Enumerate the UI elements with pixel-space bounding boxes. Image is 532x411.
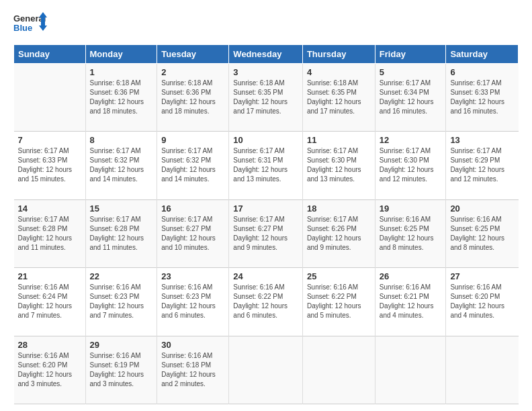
day-number: 1 (90, 67, 153, 77)
day-info: Sunrise: 6:17 AMSunset: 6:30 PMDaylight:… (307, 146, 371, 184)
calendar-cell: 3Sunrise: 6:18 AMSunset: 6:35 PMDaylight… (229, 64, 303, 132)
day-number: 3 (233, 67, 298, 77)
day-number: 29 (90, 340, 153, 350)
calendar-cell (229, 336, 303, 404)
calendar-table: SundayMondayTuesdayWednesdayThursdayFrid… (13, 44, 519, 404)
calendar-day-header: Saturday (446, 45, 519, 64)
day-number: 25 (307, 271, 371, 281)
calendar-cell: 21Sunrise: 6:16 AMSunset: 6:24 PMDayligh… (14, 268, 86, 336)
calendar-header-row: SundayMondayTuesdayWednesdayThursdayFrid… (14, 45, 519, 64)
calendar-cell: 23Sunrise: 6:16 AMSunset: 6:23 PMDayligh… (157, 268, 229, 336)
calendar-cell (446, 336, 519, 404)
day-number: 14 (18, 203, 81, 214)
calendar-day-header: Tuesday (157, 45, 229, 64)
calendar-cell: 9Sunrise: 6:17 AMSunset: 6:32 PMDaylight… (157, 132, 229, 199)
calendar-cell: 5Sunrise: 6:17 AMSunset: 6:34 PMDaylight… (375, 64, 446, 132)
day-number: 9 (161, 135, 224, 145)
day-number: 17 (233, 203, 298, 214)
day-info: Sunrise: 6:17 AMSunset: 6:28 PMDaylight:… (18, 215, 81, 253)
calendar-day-header: Friday (375, 45, 446, 64)
calendar-cell: 4Sunrise: 6:18 AMSunset: 6:35 PMDaylight… (302, 64, 375, 132)
day-info: Sunrise: 6:18 AMSunset: 6:36 PMDaylight:… (90, 79, 153, 116)
calendar-cell: 15Sunrise: 6:17 AMSunset: 6:28 PMDayligh… (85, 199, 157, 267)
calendar-cell: 29Sunrise: 6:16 AMSunset: 6:19 PMDayligh… (85, 336, 157, 404)
calendar-cell: 26Sunrise: 6:16 AMSunset: 6:21 PMDayligh… (375, 268, 446, 336)
day-number: 28 (18, 340, 81, 350)
calendar-day-header: Thursday (302, 45, 375, 64)
day-info: Sunrise: 6:16 AMSunset: 6:19 PMDaylight:… (90, 351, 153, 389)
day-number: 22 (90, 271, 153, 281)
day-info: Sunrise: 6:18 AMSunset: 6:35 PMDaylight:… (233, 79, 298, 116)
day-info: Sunrise: 6:17 AMSunset: 6:28 PMDaylight:… (90, 215, 153, 253)
calendar-cell: 6Sunrise: 6:17 AMSunset: 6:33 PMDaylight… (446, 64, 519, 132)
day-number: 10 (233, 135, 298, 145)
calendar-day-header: Monday (85, 45, 157, 64)
day-info: Sunrise: 6:17 AMSunset: 6:26 PMDaylight:… (307, 215, 371, 253)
svg-text:Blue: Blue (13, 23, 32, 33)
calendar-cell: 20Sunrise: 6:16 AMSunset: 6:25 PMDayligh… (446, 199, 519, 267)
calendar-cell: 11Sunrise: 6:17 AMSunset: 6:30 PMDayligh… (302, 132, 375, 199)
calendar-cell: 7Sunrise: 6:17 AMSunset: 6:33 PMDaylight… (14, 132, 86, 199)
day-info: Sunrise: 6:18 AMSunset: 6:35 PMDaylight:… (307, 79, 371, 116)
day-number: 4 (307, 67, 371, 77)
calendar-cell: 17Sunrise: 6:17 AMSunset: 6:27 PMDayligh… (229, 199, 303, 267)
day-number: 24 (233, 271, 298, 281)
calendar-week-row: 7Sunrise: 6:17 AMSunset: 6:33 PMDaylight… (14, 132, 519, 199)
day-info: Sunrise: 6:16 AMSunset: 6:20 PMDaylight:… (450, 283, 514, 320)
day-info: Sunrise: 6:17 AMSunset: 6:29 PMDaylight:… (450, 146, 514, 184)
calendar-cell: 25Sunrise: 6:16 AMSunset: 6:22 PMDayligh… (302, 268, 375, 336)
day-info: Sunrise: 6:18 AMSunset: 6:36 PMDaylight:… (161, 79, 224, 116)
calendar-cell: 13Sunrise: 6:17 AMSunset: 6:29 PMDayligh… (446, 132, 519, 199)
day-info: Sunrise: 6:17 AMSunset: 6:27 PMDaylight:… (233, 215, 298, 253)
day-number: 8 (90, 135, 153, 145)
calendar-cell: 30Sunrise: 6:16 AMSunset: 6:18 PMDayligh… (157, 336, 229, 404)
calendar-cell: 18Sunrise: 6:17 AMSunset: 6:26 PMDayligh… (302, 199, 375, 267)
calendar-day-header: Wednesday (229, 45, 303, 64)
calendar-cell: 22Sunrise: 6:16 AMSunset: 6:23 PMDayligh… (85, 268, 157, 336)
calendar-cell: 28Sunrise: 6:16 AMSunset: 6:20 PMDayligh… (14, 336, 86, 404)
day-number: 18 (307, 203, 371, 214)
day-info: Sunrise: 6:16 AMSunset: 6:22 PMDaylight:… (233, 283, 298, 320)
day-number: 30 (161, 340, 224, 350)
calendar-cell: 27Sunrise: 6:16 AMSunset: 6:20 PMDayligh… (446, 268, 519, 336)
day-number: 7 (18, 135, 81, 145)
day-info: Sunrise: 6:16 AMSunset: 6:18 PMDaylight:… (161, 351, 224, 389)
calendar-week-row: 1Sunrise: 6:18 AMSunset: 6:36 PMDaylight… (14, 64, 519, 132)
day-info: Sunrise: 6:16 AMSunset: 6:25 PMDaylight:… (450, 215, 514, 253)
day-number: 12 (380, 135, 442, 145)
day-info: Sunrise: 6:16 AMSunset: 6:24 PMDaylight:… (18, 283, 81, 320)
calendar-week-row: 28Sunrise: 6:16 AMSunset: 6:20 PMDayligh… (14, 336, 519, 404)
day-info: Sunrise: 6:16 AMSunset: 6:21 PMDaylight:… (380, 283, 442, 320)
day-number: 16 (161, 203, 224, 214)
day-info: Sunrise: 6:17 AMSunset: 6:27 PMDaylight:… (161, 215, 224, 253)
day-info: Sunrise: 6:17 AMSunset: 6:34 PMDaylight:… (380, 79, 442, 116)
logo-svg: General Blue (13, 11, 47, 38)
calendar-cell: 19Sunrise: 6:16 AMSunset: 6:25 PMDayligh… (375, 199, 446, 267)
calendar-cell: 16Sunrise: 6:17 AMSunset: 6:27 PMDayligh… (157, 199, 229, 267)
calendar-cell: 8Sunrise: 6:17 AMSunset: 6:32 PMDaylight… (85, 132, 157, 199)
day-number: 26 (380, 271, 442, 281)
day-number: 11 (307, 135, 371, 145)
day-number: 19 (380, 203, 442, 214)
calendar-week-row: 14Sunrise: 6:17 AMSunset: 6:28 PMDayligh… (14, 199, 519, 267)
calendar-cell: 10Sunrise: 6:17 AMSunset: 6:31 PMDayligh… (229, 132, 303, 199)
day-info: Sunrise: 6:16 AMSunset: 6:22 PMDaylight:… (307, 283, 371, 320)
day-info: Sunrise: 6:16 AMSunset: 6:20 PMDaylight:… (18, 351, 81, 389)
logo: General Blue (13, 11, 47, 38)
day-info: Sunrise: 6:17 AMSunset: 6:32 PMDaylight:… (161, 146, 224, 184)
day-number: 13 (450, 135, 514, 145)
day-info: Sunrise: 6:17 AMSunset: 6:32 PMDaylight:… (90, 146, 153, 184)
day-number: 15 (90, 203, 153, 214)
calendar-cell: 24Sunrise: 6:16 AMSunset: 6:22 PMDayligh… (229, 268, 303, 336)
calendar-cell: 12Sunrise: 6:17 AMSunset: 6:30 PMDayligh… (375, 132, 446, 199)
calendar-cell: 14Sunrise: 6:17 AMSunset: 6:28 PMDayligh… (14, 199, 86, 267)
day-number: 5 (380, 67, 442, 77)
day-info: Sunrise: 6:16 AMSunset: 6:25 PMDaylight:… (380, 215, 442, 253)
day-number: 20 (450, 203, 514, 214)
day-info: Sunrise: 6:17 AMSunset: 6:31 PMDaylight:… (233, 146, 298, 184)
page-header: General Blue (13, 11, 519, 38)
day-number: 23 (161, 271, 224, 281)
calendar-cell (14, 64, 86, 132)
day-info: Sunrise: 6:16 AMSunset: 6:23 PMDaylight:… (161, 283, 224, 320)
day-info: Sunrise: 6:17 AMSunset: 6:30 PMDaylight:… (380, 146, 442, 184)
